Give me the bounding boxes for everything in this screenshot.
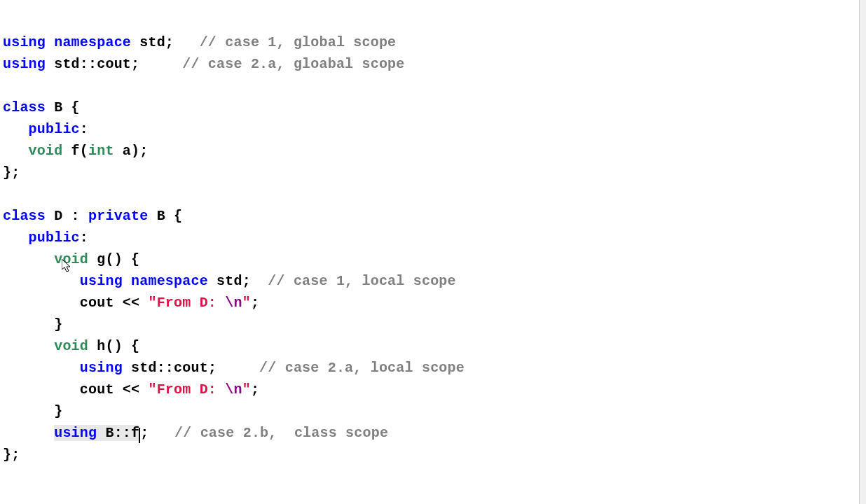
identifier: cout << bbox=[80, 382, 149, 398]
comment: // case 2.b, class scope bbox=[174, 425, 388, 441]
code-editor[interactable]: using namespace std; // case 1, global s… bbox=[3, 0, 863, 465]
keyword: public bbox=[29, 121, 80, 137]
identifier: std bbox=[216, 273, 242, 289]
keyword: using bbox=[80, 273, 123, 289]
code-text bbox=[46, 34, 54, 50]
keyword: private bbox=[88, 208, 148, 224]
code-text: h() { bbox=[88, 338, 139, 354]
keyword: class bbox=[3, 208, 46, 224]
type: void bbox=[54, 338, 88, 354]
escape: \n bbox=[225, 295, 242, 311]
keyword: class bbox=[3, 99, 46, 115]
code-text: D : bbox=[46, 208, 88, 224]
keyword: using bbox=[54, 425, 97, 441]
code-text: B { bbox=[148, 208, 182, 224]
string: From D: bbox=[157, 295, 226, 311]
keyword: namespace bbox=[131, 273, 208, 289]
string: " bbox=[242, 382, 251, 398]
code-text bbox=[123, 273, 131, 289]
code-text: ; bbox=[140, 425, 174, 441]
identifier: std::cout bbox=[131, 360, 208, 376]
identifier: B::f bbox=[97, 425, 139, 441]
code-text: ; bbox=[208, 360, 259, 376]
code-text: } bbox=[54, 403, 62, 419]
code-text: } bbox=[54, 316, 62, 332]
code-text: : bbox=[80, 230, 88, 246]
code-text bbox=[208, 273, 216, 289]
type: void bbox=[54, 251, 88, 267]
string: " bbox=[148, 382, 156, 398]
type: void bbox=[29, 143, 63, 159]
code-text: ; bbox=[251, 295, 259, 311]
code-text: }; bbox=[3, 447, 20, 463]
code-text: a); bbox=[114, 143, 149, 159]
type: int bbox=[88, 143, 114, 159]
keyword: using bbox=[3, 56, 46, 72]
identifier: std bbox=[139, 34, 165, 50]
keyword: using bbox=[3, 34, 46, 50]
code-text: }; bbox=[3, 164, 20, 181]
escape: \n bbox=[225, 382, 242, 398]
code-text: g() { bbox=[88, 251, 139, 267]
string: " bbox=[148, 295, 156, 311]
code-text: ; bbox=[242, 273, 268, 289]
code-text bbox=[46, 56, 54, 72]
identifier: std::cout bbox=[54, 56, 131, 72]
keyword: public bbox=[29, 230, 80, 246]
string: From D: bbox=[157, 382, 226, 398]
code-text bbox=[131, 34, 139, 50]
keyword: using bbox=[80, 360, 123, 376]
code-text: ; bbox=[131, 56, 182, 72]
code-text: ; bbox=[251, 382, 259, 398]
code-text bbox=[123, 360, 131, 376]
comment: // case 2.a, local scope bbox=[259, 360, 465, 376]
comment: // case 2.a, gloabal scope bbox=[182, 56, 404, 72]
code-text: ; bbox=[165, 34, 200, 50]
text-cursor bbox=[139, 428, 140, 443]
comment: // case 1, local scope bbox=[268, 273, 455, 289]
code-text: : bbox=[80, 121, 88, 137]
identifier: cout << bbox=[80, 295, 149, 311]
code-text: B { bbox=[46, 99, 80, 115]
keyword: namespace bbox=[54, 34, 131, 50]
string: " bbox=[242, 295, 251, 311]
scrollbar[interactable] bbox=[859, 0, 866, 504]
comment: // case 1, global scope bbox=[200, 34, 397, 50]
code-text: f( bbox=[62, 143, 88, 159]
